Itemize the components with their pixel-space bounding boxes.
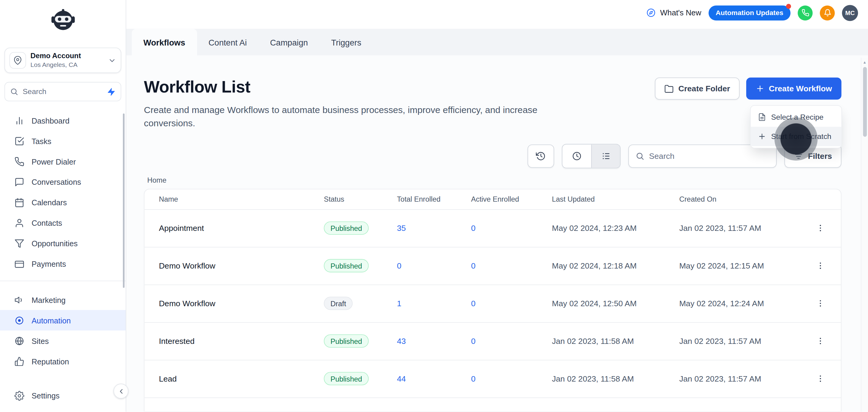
plus-icon: [758, 132, 766, 141]
sidebar-item-label: Tasks: [32, 136, 52, 145]
search-icon: [10, 87, 19, 96]
sidebar-item-payments[interactable]: Payments: [0, 254, 126, 274]
active-enrolled-link[interactable]: 0: [471, 337, 475, 345]
location-pin-icon: [9, 52, 26, 69]
header-actions: Create Folder Create Workflow: [655, 77, 841, 99]
automation-updates-badge[interactable]: Automation Updates: [709, 5, 790, 20]
workflow-name[interactable]: Demo Workflow: [144, 285, 324, 322]
scrollbar-thumb[interactable]: [863, 67, 867, 136]
created-on: May 02 2024, 12:24 AM: [679, 285, 799, 322]
column-name: Name: [144, 189, 324, 209]
history-button[interactable]: [528, 145, 554, 167]
quick-actions-bolt-icon[interactable]: [107, 87, 116, 96]
chevron-down-icon: [108, 56, 116, 65]
active-enrolled-link[interactable]: 0: [471, 299, 475, 308]
total-enrolled-link[interactable]: 35: [397, 224, 406, 232]
row-menu-button[interactable]: [812, 258, 828, 273]
active-enrolled-link[interactable]: 0: [471, 261, 475, 270]
sidebar-item-tasks[interactable]: Tasks: [0, 131, 126, 151]
agency-logo: [0, 0, 126, 33]
automation-target-icon: [14, 315, 24, 325]
whats-new-button[interactable]: What's New: [646, 8, 701, 18]
row-menu-button[interactable]: [812, 371, 828, 386]
folder-icon: [664, 84, 674, 93]
last-updated: May 02 2024, 12:50 AM: [552, 285, 679, 322]
active-enrolled-link[interactable]: 0: [471, 224, 475, 232]
column-created-on: Created On: [679, 189, 799, 209]
sidebar-item-automation[interactable]: Automation: [0, 310, 126, 330]
phone-icon: [14, 156, 24, 166]
page-scrollbar[interactable]: ▲: [861, 58, 868, 412]
total-enrolled-link[interactable]: 43: [397, 337, 406, 345]
total-enrolled-link[interactable]: 0: [397, 261, 401, 270]
sidebar-item-reputation[interactable]: Reputation: [0, 351, 126, 366]
menu-item-select-recipe[interactable]: Select a Recipe: [751, 107, 841, 127]
chat-icon: [14, 177, 24, 187]
sidebar-item-marketing[interactable]: Marketing: [0, 290, 126, 310]
status-badge: Published: [324, 222, 369, 235]
row-menu-button[interactable]: [812, 333, 828, 349]
tab-campaign[interactable]: Campaign: [258, 29, 319, 56]
table-row[interactable]: Lead Published 44 0 Jan 02 2023, 11:58 A…: [144, 360, 841, 398]
sidebar-item-label: Conversations: [32, 178, 81, 186]
table-row[interactable]: Demo Workflow Published 0 0 May 02 2024,…: [144, 247, 841, 285]
created-on: Jan 02 2023, 11:57 AM: [679, 209, 799, 247]
notifications-button[interactable]: [820, 5, 835, 20]
search-icon: [636, 152, 644, 160]
active-enrolled-link[interactable]: 0: [471, 374, 475, 383]
row-menu-button[interactable]: [812, 220, 828, 236]
workflow-name[interactable]: Interested: [144, 322, 324, 360]
whatsapp-button[interactable]: [798, 5, 813, 20]
sidebar-item-sites[interactable]: Sites: [0, 330, 126, 351]
whats-new-label: What's New: [660, 8, 701, 17]
compass-icon: [646, 8, 656, 18]
total-enrolled-link[interactable]: 1: [397, 299, 401, 308]
sidebar-item-settings[interactable]: Settings: [0, 388, 126, 404]
workflow-name[interactable]: Demo Workflow: [144, 247, 324, 285]
sidebar-scrollbar-thumb[interactable]: [123, 114, 125, 288]
column-last-updated: Last Updated: [552, 189, 679, 209]
sidebar-secondary-group: Marketing Automation Sites Reputation: [0, 281, 126, 366]
scroll-up-arrow-icon[interactable]: ▲: [861, 58, 868, 64]
sidebar-item-calendars[interactable]: Calendars: [0, 192, 126, 213]
recipe-file-icon: [758, 113, 766, 122]
workflow-name[interactable]: Lead: [144, 360, 324, 398]
tasks-check-icon: [14, 136, 24, 146]
recent-view-button[interactable]: [563, 145, 592, 167]
table-row[interactable]: Appointment Published 35 0 May 02 2024, …: [144, 209, 841, 247]
workflow-table: Name Status Total Enrolled Active Enroll…: [144, 189, 841, 398]
history-icon: [536, 151, 546, 161]
sidebar-item-power-dialer[interactable]: Power Dialer: [0, 151, 126, 172]
table-row[interactable]: Interested Published 43 0 Jan 02 2023, 1…: [144, 322, 841, 360]
table-row[interactable]: Demo Workflow Draft 1 0 May 02 2024, 12:…: [144, 285, 841, 322]
page-header: Workflow List Create and manage Workflow…: [144, 77, 841, 130]
row-menu-button[interactable]: [812, 296, 828, 311]
user-avatar[interactable]: MC: [842, 5, 858, 21]
create-folder-button[interactable]: Create Folder: [655, 77, 740, 99]
menu-item-start-from-scratch[interactable]: Start from Scratch: [751, 127, 841, 146]
sidebar-item-label: Dashboard: [32, 116, 70, 125]
sidebar-item-label: Power Dialer: [32, 157, 76, 166]
account-switcher[interactable]: Demo Account Los Angeles, CA: [4, 47, 121, 73]
tab-content-ai[interactable]: Content Ai: [197, 29, 258, 56]
workflow-name[interactable]: Appointment: [144, 209, 324, 247]
user-icon: [14, 218, 24, 228]
sidebar-collapse-button[interactable]: [114, 384, 129, 399]
column-actions: [799, 189, 841, 209]
avatar-initials: MC: [845, 9, 855, 16]
list-view-button[interactable]: [592, 145, 621, 167]
tab-workflows[interactable]: Workflows: [132, 29, 197, 56]
sidebar-item-contacts[interactable]: Contacts: [0, 213, 126, 233]
sidebar-item-conversations[interactable]: Conversations: [0, 172, 126, 192]
sidebar-item-dashboard[interactable]: Dashboard: [0, 110, 126, 131]
app-window: Demo Account Los Angeles, CA Dashboard: [0, 0, 868, 412]
tab-triggers[interactable]: Triggers: [319, 29, 373, 56]
table-search-input[interactable]: [649, 152, 770, 160]
workflow-table-card: Name Status Total Enrolled Active Enroll…: [144, 189, 841, 411]
create-folder-label: Create Folder: [678, 84, 730, 93]
total-enrolled-link[interactable]: 44: [397, 374, 406, 383]
sidebar-search-input[interactable]: [23, 87, 102, 96]
breadcrumb[interactable]: Home: [144, 176, 841, 185]
create-workflow-button[interactable]: Create Workflow: [746, 77, 841, 99]
sidebar-item-opportunities[interactable]: Opportunities: [0, 233, 126, 254]
